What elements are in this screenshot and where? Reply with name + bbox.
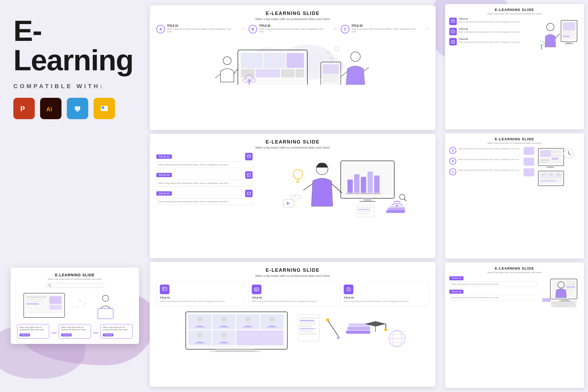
svg-rect-78: [359, 201, 376, 202]
right3-illustration: [540, 276, 580, 312]
card-3: TITLE 03 Make a big impact with professi…: [340, 281, 429, 306]
svg-line-42: [234, 69, 238, 74]
slide2-title: E-LEARNING SLIDE: [156, 139, 429, 145]
arrow-3: →: [425, 26, 429, 31]
r2-letter-a: A: [452, 149, 454, 152]
slide2-text-1: Make a big impact with professional slid…: [159, 163, 250, 166]
svg-rect-120: [237, 331, 283, 345]
svg-point-43: [351, 52, 360, 61]
abc-b-text: Make a big impact with professional slid…: [259, 28, 329, 33]
svg-point-115: [221, 317, 226, 322]
svg-rect-132: [300, 333, 317, 335]
preview-step-1: Make a big impact with our professional …: [17, 324, 49, 339]
svg-rect-80: [358, 207, 373, 208]
svg-rect-36: [281, 69, 295, 77]
svg-rect-57: [323, 77, 334, 79]
svg-rect-71: [347, 180, 353, 193]
svg-rect-32: [264, 53, 285, 68]
letter-a: A: [156, 25, 165, 33]
svg-point-121: [197, 333, 202, 338]
r2-letter-c: C: [452, 170, 454, 173]
svg-rect-207: [566, 303, 569, 304]
svg-line-93: [404, 199, 406, 201]
svg-rect-11: [102, 109, 107, 110]
step-connector-2: [93, 333, 98, 333]
google-slides-icon: [94, 98, 115, 119]
svg-point-187: [557, 173, 560, 176]
card-2: TITLE 02 Make a big impact with professi…: [248, 281, 337, 306]
svg-rect-130: [300, 328, 315, 329]
slide3-cards: TITLE 01 Make a big impact with professi…: [156, 281, 429, 306]
right1-item-2: TITLE 02 Make a big impact with professi…: [449, 28, 537, 35]
svg-rect-206: [563, 303, 566, 304]
svg-rect-79: [357, 205, 374, 217]
svg-point-117: [269, 317, 274, 322]
svg-line-44: [341, 71, 347, 77]
right1-content: TITLE 01 Make a big impact with professi…: [449, 18, 580, 53]
step3-text: Make a big impact with our professional …: [103, 326, 130, 331]
r2-text-a: Make a big impact with professional slid…: [458, 148, 520, 150]
svg-rect-74: [368, 172, 373, 193]
abc-c-head: TITLE 03: [351, 24, 421, 27]
card1-title: TITLE 01: [160, 296, 242, 299]
app-icons-row: P Ai: [13, 98, 131, 119]
svg-rect-90: [388, 208, 405, 211]
svg-point-116: [245, 317, 250, 322]
svg-rect-124: [210, 351, 261, 352]
right-slide-1: E-LEARNING SLIDE Make a big impact with …: [445, 4, 584, 129]
svg-rect-59: [247, 155, 250, 157]
slide3-title: E-LEARNING SLIDE: [156, 267, 429, 273]
svg-rect-18: [26, 303, 39, 304]
svg-rect-135: [326, 319, 329, 321]
svg-rect-129: [300, 325, 312, 327]
svg-line-67: [303, 184, 313, 190]
right2-illustration: [537, 147, 580, 188]
r3-tag-2: TITLE 02: [449, 290, 463, 294]
keynote-icon: [67, 98, 88, 119]
svg-rect-99: [163, 287, 167, 290]
step3-label: TITLE 03: [103, 333, 113, 336]
arrow-2: →: [333, 26, 337, 31]
svg-rect-6: [76, 110, 79, 111]
step2-label: TITLE 02: [61, 333, 72, 336]
card-1: TITLE 01 Make a big impact with professi…: [156, 281, 245, 306]
svg-rect-37: [296, 69, 304, 77]
svg-point-21: [102, 295, 109, 301]
card2-text: Make a big impact with professional slid…: [252, 300, 334, 303]
svg-rect-19: [49, 296, 61, 304]
svg-rect-201: [543, 300, 548, 301]
svg-rect-157: [563, 22, 575, 30]
svg-rect-137: [347, 327, 370, 330]
preview-bottom-title: E-LEARNING SLIDE: [16, 273, 134, 277]
svg-marker-134: [337, 336, 340, 339]
slide2-text-3: Make a big impact with professional slid…: [159, 200, 250, 203]
right2-item-a: A Make a big impact with professional sl…: [449, 147, 534, 155]
slide1-title: E-LEARNING SLIDE: [156, 11, 429, 16]
slide3-subtitle: Make a big impact with our professional …: [156, 274, 429, 277]
svg-rect-131: [300, 331, 313, 332]
svg-rect-77: [363, 198, 372, 201]
svg-point-47: [335, 46, 339, 51]
r2-letter-b: B: [452, 160, 454, 163]
slide1-illustration: [156, 37, 429, 85]
preview-illustration: [16, 290, 134, 322]
svg-line-68: [331, 184, 343, 194]
svg-rect-5: [75, 106, 80, 110]
powerpoint-icon: P: [13, 98, 35, 119]
svg-rect-175: [548, 166, 553, 167]
r3-text-1: Make a big impact with our professional …: [451, 283, 535, 285]
svg-rect-33: [287, 53, 304, 68]
step1-label: TITLE 01: [20, 333, 30, 336]
svg-rect-160: [563, 36, 570, 37]
svg-rect-73: [361, 177, 366, 193]
svg-rect-159: [563, 34, 574, 35]
svg-rect-35: [256, 69, 280, 77]
svg-text:Ai: Ai: [46, 106, 52, 112]
svg-rect-194: [566, 286, 575, 288]
svg-point-114: [197, 317, 202, 322]
r2-text-b: Make a big impact with professional slid…: [458, 158, 520, 161]
illustrator-icon: Ai: [40, 98, 61, 119]
svg-rect-82: [358, 211, 372, 212]
slide-card-2: E-LEARNING SLIDE Make a big impact with …: [150, 134, 436, 258]
right2-abc-list: A Make a big impact with professional sl…: [449, 147, 534, 188]
